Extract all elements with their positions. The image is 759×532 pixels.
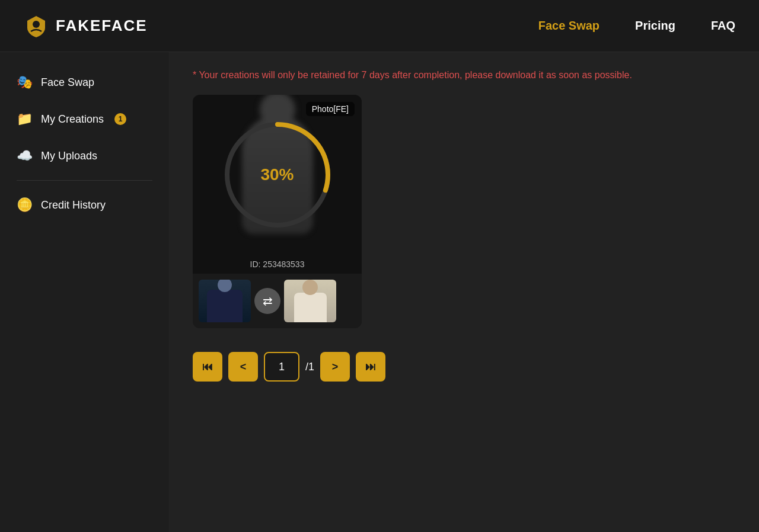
pagination: ⏮ < /1 > ⏭ xyxy=(193,352,735,382)
credit-history-icon: 🪙 xyxy=(17,197,33,213)
page-total: /1 xyxy=(305,361,314,373)
my-uploads-icon: ☁️ xyxy=(17,148,33,164)
main-nav: Face Swap Pricing FAQ xyxy=(538,19,735,33)
logo-text: FAKEFACE xyxy=(56,17,148,35)
nav-pricing[interactable]: Pricing xyxy=(635,19,675,33)
next-page-icon: > xyxy=(332,361,339,373)
my-creations-icon: 📁 xyxy=(17,111,33,127)
sidebar-item-face-swap[interactable]: 🎭 Face Swap xyxy=(0,64,169,101)
thumb-target-body xyxy=(294,293,327,322)
thumb-source-body xyxy=(207,290,243,322)
sidebar: 🎭 Face Swap 📁 My Creations 1 ☁️ My Uploa… xyxy=(0,52,169,532)
last-page-button[interactable]: ⏭ xyxy=(356,352,385,382)
sidebar-item-my-creations-label: My Creations xyxy=(41,113,104,126)
logo-icon xyxy=(24,14,49,39)
main-content: * Your creations will only be retained f… xyxy=(169,52,759,532)
sidebar-item-face-swap-label: Face Swap xyxy=(41,76,94,89)
nav-faq[interactable]: FAQ xyxy=(711,19,735,33)
card-preview: Photo[FE] 30% xyxy=(193,95,362,255)
swap-button[interactable]: ⇄ xyxy=(254,288,280,314)
thumb-target[interactable] xyxy=(284,280,336,322)
next-page-button[interactable]: > xyxy=(320,352,350,382)
nav-face-swap[interactable]: Face Swap xyxy=(538,19,599,33)
card-id: ID: 253483533 xyxy=(193,255,362,274)
sidebar-item-credit-history-label: Credit History xyxy=(41,199,106,211)
creation-card: Photo[FE] 30% ID: 253483533 ⇄ xyxy=(193,95,362,328)
face-swap-icon: 🎭 xyxy=(17,75,33,90)
notice-text: * Your creations will only be retained f… xyxy=(193,70,735,81)
swap-icon: ⇄ xyxy=(263,294,273,308)
card-thumbnails: ⇄ xyxy=(193,274,362,328)
last-page-icon: ⏭ xyxy=(365,361,376,373)
thumb-source[interactable] xyxy=(199,280,251,322)
prev-page-icon: < xyxy=(240,361,247,373)
sidebar-item-my-uploads[interactable]: ☁️ My Uploads xyxy=(0,137,169,174)
sidebar-item-my-creations[interactable]: 📁 My Creations 1 xyxy=(0,101,169,137)
progress-text: 30% xyxy=(260,165,294,184)
page-input[interactable] xyxy=(264,352,299,382)
prev-page-button[interactable]: < xyxy=(228,352,258,382)
sidebar-item-my-uploads-label: My Uploads xyxy=(41,150,97,162)
first-page-icon: ⏮ xyxy=(202,361,213,373)
progress-ring-container: 30% xyxy=(221,118,334,231)
sidebar-item-credit-history[interactable]: 🪙 Credit History xyxy=(0,187,169,223)
sidebar-divider xyxy=(17,180,152,181)
logo[interactable]: FAKEFACE xyxy=(24,14,148,39)
my-creations-badge: 1 xyxy=(114,113,126,125)
header: FAKEFACE Face Swap Pricing FAQ xyxy=(0,0,759,52)
layout: 🎭 Face Swap 📁 My Creations 1 ☁️ My Uploa… xyxy=(0,52,759,532)
svg-point-1 xyxy=(33,21,40,28)
first-page-button[interactable]: ⏮ xyxy=(193,352,222,382)
card-tag: Photo[FE] xyxy=(306,102,355,116)
